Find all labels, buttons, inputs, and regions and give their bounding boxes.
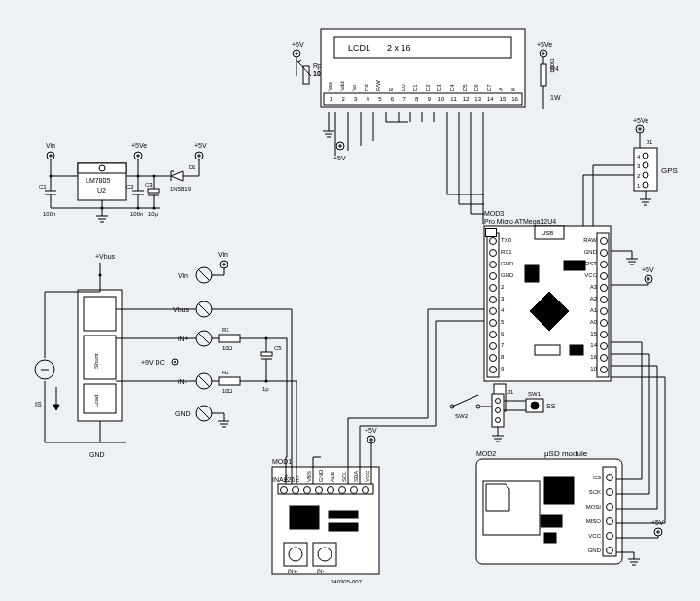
drawing-id: 240305-007 bbox=[331, 579, 363, 584]
net-5v-lcdpin: +5V bbox=[333, 155, 346, 161]
